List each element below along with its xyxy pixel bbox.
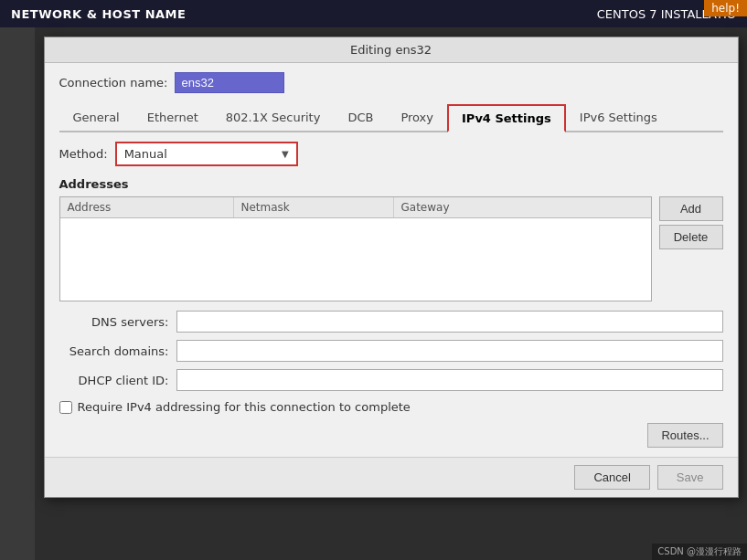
dns-input[interactable] — [176, 311, 723, 333]
checkbox-label: Require IPv4 addressing for this connect… — [78, 400, 411, 414]
tab-8021x-security[interactable]: 802.1X Security — [212, 104, 335, 132]
add-button[interactable]: Add — [659, 196, 723, 221]
bg-header-title: NETWORK & HOST NAME — [11, 7, 186, 21]
addresses-table: Address Netmask Gateway — [59, 196, 652, 301]
dialog: Editing ens32 Connection name: General E… — [44, 37, 739, 498]
search-domains-row: Search domains: — [59, 340, 723, 362]
addresses-buttons: Add Delete — [659, 196, 723, 301]
tab-proxy[interactable]: Proxy — [387, 104, 447, 132]
addresses-header: Address Netmask Gateway — [60, 197, 651, 218]
side-panel — [0, 27, 35, 560]
tab-ipv6-settings[interactable]: IPv6 Settings — [566, 104, 671, 132]
routes-row: Routes... — [59, 423, 723, 448]
addresses-body[interactable] — [60, 218, 651, 301]
bg-header: NETWORK & HOST NAME CENTOS 7 INSTALLATIO — [0, 0, 747, 27]
connection-name-row: Connection name: — [59, 72, 723, 93]
column-netmask: Netmask — [234, 197, 394, 217]
search-label: Search domains: — [59, 344, 169, 358]
watermark: CSDN @漫漫行程路 — [652, 544, 747, 560]
dialog-body: Connection name: General Ethernet 802.1X… — [45, 63, 738, 457]
method-dropdown-arrow: ▼ — [282, 149, 289, 159]
method-label: Method: — [59, 147, 108, 161]
dialog-titlebar: Editing ens32 — [45, 37, 738, 63]
routes-button[interactable]: Routes... — [647, 423, 722, 448]
save-button[interactable]: Save — [657, 465, 723, 490]
dialog-title: Editing ens32 — [350, 43, 432, 57]
dhcp-label: DHCP client ID: — [59, 374, 169, 387]
connection-name-input[interactable] — [175, 72, 284, 93]
tab-ipv4-settings[interactable]: IPv4 Settings — [447, 104, 566, 132]
method-dropdown[interactable]: Manual ▼ — [115, 142, 298, 166]
column-address: Address — [60, 197, 234, 217]
dhcp-input[interactable] — [176, 369, 723, 391]
dns-row: DNS servers: — [59, 311, 723, 333]
cancel-button[interactable]: Cancel — [574, 465, 649, 490]
search-domains-input[interactable] — [176, 340, 723, 362]
tabs: General Ethernet 802.1X Security DCB Pro… — [59, 102, 723, 132]
dialog-overlay: Editing ens32 Connection name: General E… — [35, 27, 747, 560]
tab-dcb[interactable]: DCB — [334, 104, 387, 132]
method-row: Method: Manual ▼ — [59, 142, 723, 166]
checkbox-row: Require IPv4 addressing for this connect… — [59, 400, 723, 414]
help-button[interactable]: help! — [704, 0, 747, 16]
addresses-section-label: Addresses — [59, 177, 723, 191]
column-gateway: Gateway — [394, 197, 651, 217]
addresses-area: Address Netmask Gateway Add Delete — [59, 196, 723, 301]
require-ipv4-checkbox[interactable] — [59, 401, 72, 414]
dns-label: DNS servers: — [59, 315, 169, 329]
tab-general[interactable]: General — [59, 104, 133, 132]
dhcp-row: DHCP client ID: — [59, 369, 723, 391]
tab-ethernet[interactable]: Ethernet — [133, 104, 212, 132]
method-value: Manual — [124, 147, 282, 161]
delete-button[interactable]: Delete — [659, 225, 723, 249]
connection-name-label: Connection name: — [59, 76, 168, 90]
dialog-footer: Cancel Save — [45, 457, 738, 497]
